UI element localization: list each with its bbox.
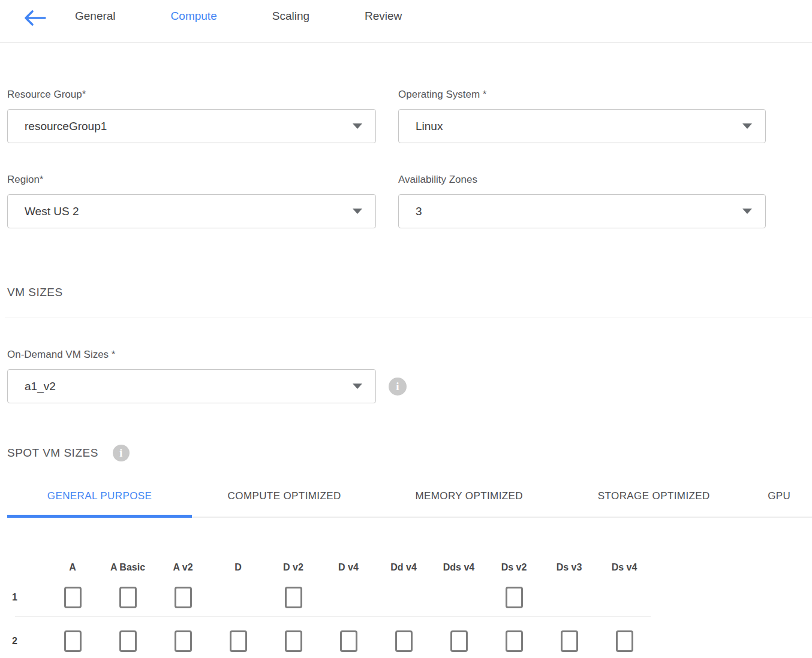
spot-tab-compute-optimized[interactable]: COMPUTE OPTIMIZED bbox=[192, 490, 377, 517]
vm-grid-cell-1-ds-v2 bbox=[486, 587, 542, 608]
checkbox-row2-d-v2[interactable] bbox=[285, 630, 302, 652]
vm-grid-cell-1-dds-v4 bbox=[431, 587, 486, 608]
vm-grid-column-header-a-basic: A Basic bbox=[100, 562, 155, 573]
vm-grid-header-row: AA BasicA v2DD v2D v4Dd v4Dds v4Ds v2Ds … bbox=[7, 562, 766, 573]
vm-grid-row-divider bbox=[15, 616, 651, 617]
vm-grid-row-label-2: 2 bbox=[7, 636, 45, 647]
wizard-tab-bar: GeneralComputeScalingReview bbox=[75, 8, 402, 23]
back-button[interactable] bbox=[23, 8, 47, 28]
checkbox-row1-a-v2[interactable] bbox=[175, 587, 192, 608]
vm-grid-column-header-a: A bbox=[45, 562, 100, 573]
vm-grid-cell-1-d bbox=[210, 587, 266, 608]
resource-group-value: resourceGroup1 bbox=[25, 120, 107, 133]
resource-group-field: Resource Group* resourceGroup1 i bbox=[7, 89, 376, 143]
spot-vm-sizes-info-icon[interactable]: i bbox=[113, 445, 130, 461]
vm-grid-cell-1-ds-v4 bbox=[597, 587, 652, 608]
section-divider bbox=[5, 318, 812, 318]
region-value: West US 2 bbox=[25, 205, 79, 218]
vm-grid-column-header-d-v2: D v2 bbox=[266, 562, 321, 573]
operating-system-dropdown[interactable]: Linux bbox=[398, 109, 766, 143]
availability-zones-field: Availability Zones 3 i bbox=[398, 174, 766, 228]
on-demand-vm-sizes-label: On-Demand VM Sizes * bbox=[7, 349, 766, 361]
checkbox-row2-dd-v4[interactable] bbox=[395, 630, 413, 652]
operating-system-value: Linux bbox=[416, 120, 443, 133]
vm-grid-cell-2-ds-v2 bbox=[486, 630, 542, 652]
region-field: Region* West US 2 i bbox=[7, 174, 376, 228]
vm-grid-cell-2-a-v2 bbox=[155, 630, 210, 652]
checkbox-row2-a-v2[interactable] bbox=[175, 630, 192, 652]
vm-sizes-heading: VM SIZES bbox=[7, 286, 766, 299]
chevron-down-icon bbox=[742, 123, 752, 129]
wizard-tab-scaling[interactable]: Scaling bbox=[272, 9, 309, 23]
vm-grid-column-header-a-v2: A v2 bbox=[155, 562, 210, 573]
wizard-tab-general[interactable]: General bbox=[75, 9, 116, 23]
vm-grid-column-header-ds-v4: Ds v4 bbox=[597, 562, 652, 573]
spot-category-tab-bar: GENERAL PURPOSECOMPUTE OPTIMIZEDMEMORY O… bbox=[7, 490, 812, 518]
vm-grid-cell-2-ds-v3 bbox=[542, 630, 597, 652]
on-demand-vm-sizes-info-icon[interactable]: i bbox=[389, 378, 407, 396]
availability-zones-dropdown[interactable]: 3 bbox=[398, 194, 766, 228]
vm-grid-column-header-d: D bbox=[210, 562, 266, 573]
checkbox-row1-a-basic[interactable] bbox=[119, 587, 137, 608]
checkbox-row1-d-v2[interactable] bbox=[285, 587, 302, 608]
spot-tab-memory-optimized[interactable]: MEMORY OPTIMIZED bbox=[377, 490, 561, 517]
checkbox-row2-d-v4[interactable] bbox=[340, 630, 357, 652]
vm-grid-column-header-ds-v3: Ds v3 bbox=[542, 562, 597, 573]
vm-grid-cell-2-d-v4 bbox=[321, 630, 376, 652]
vm-grid-column-header-d-v4: D v4 bbox=[321, 562, 376, 573]
spot-tab-gpu[interactable]: GPU bbox=[746, 490, 812, 517]
config-form: Resource Group* resourceGroup1 i Operati… bbox=[7, 89, 766, 228]
on-demand-vm-sizes-field: On-Demand VM Sizes * a1_v2 i bbox=[7, 349, 766, 403]
checkbox-row2-ds-v2[interactable] bbox=[506, 630, 523, 652]
vm-grid-cell-1-d-v4 bbox=[321, 587, 376, 608]
checkbox-row2-a[interactable] bbox=[64, 630, 82, 652]
on-demand-vm-sizes-section: On-Demand VM Sizes * a1_v2 i bbox=[7, 349, 766, 403]
checkbox-row2-ds-v3[interactable] bbox=[561, 630, 578, 652]
checkbox-row2-d[interactable] bbox=[230, 630, 247, 652]
arrow-left-icon bbox=[23, 8, 47, 28]
operating-system-field: Operating System * Linux i bbox=[398, 89, 766, 143]
compute-form-main: Resource Group* resourceGroup1 i Operati… bbox=[0, 89, 812, 652]
resource-group-label: Resource Group* bbox=[7, 89, 376, 101]
checkbox-row2-ds-v4[interactable] bbox=[616, 630, 633, 652]
checkbox-row1-a[interactable] bbox=[64, 587, 82, 608]
resource-group-dropdown[interactable]: resourceGroup1 bbox=[7, 109, 376, 143]
vm-grid-cell-1-a-v2 bbox=[155, 587, 210, 608]
region-dropdown[interactable]: West US 2 bbox=[7, 194, 376, 228]
spot-vm-size-grid: AA BasicA v2DD v2D v4Dd v4Dds v4Ds v2Ds … bbox=[7, 562, 766, 652]
compute-config-page: GeneralComputeScalingReview Resource Gro… bbox=[0, 0, 812, 658]
vm-grid-cell-1-dd-v4 bbox=[376, 587, 431, 608]
spot-vm-sizes-section-header: SPOT VM SIZES i bbox=[7, 445, 766, 461]
wizard-header: GeneralComputeScalingReview bbox=[0, 0, 812, 43]
vm-grid-cell-2-ds-v4 bbox=[597, 630, 652, 652]
vm-grid-row-1: 1 bbox=[7, 587, 766, 608]
chevron-down-icon bbox=[353, 209, 362, 214]
checkbox-row1-ds-v2[interactable] bbox=[506, 587, 523, 608]
vm-grid-column-header-dds-v4: Dds v4 bbox=[431, 562, 486, 573]
vm-grid-column-header-dd-v4: Dd v4 bbox=[376, 562, 431, 573]
vm-grid-row-2: 2 bbox=[7, 630, 766, 652]
chevron-down-icon bbox=[353, 123, 362, 129]
operating-system-label: Operating System * bbox=[398, 89, 766, 101]
on-demand-vm-sizes-value: a1_v2 bbox=[25, 380, 56, 393]
vm-grid-cell-2-a-basic bbox=[100, 630, 155, 652]
checkbox-row2-dds-v4[interactable] bbox=[450, 630, 468, 652]
spot-tab-storage-optimized[interactable]: STORAGE OPTIMIZED bbox=[561, 490, 746, 517]
chevron-down-icon bbox=[742, 209, 752, 214]
vm-grid-cell-1-a-basic bbox=[100, 587, 155, 608]
vm-grid-cell-1-a bbox=[45, 587, 100, 608]
vm-grid-column-header-ds-v2: Ds v2 bbox=[486, 562, 542, 573]
vm-grid-cell-2-a bbox=[45, 630, 100, 652]
chevron-down-icon bbox=[353, 384, 362, 389]
vm-grid-cell-2-d bbox=[210, 630, 266, 652]
vm-grid-cell-2-dds-v4 bbox=[431, 630, 486, 652]
wizard-tab-review[interactable]: Review bbox=[365, 9, 402, 23]
availability-zones-label: Availability Zones bbox=[398, 174, 766, 186]
vm-grid-row-label-1: 1 bbox=[7, 592, 45, 603]
spot-tab-general-purpose[interactable]: GENERAL PURPOSE bbox=[7, 490, 192, 518]
checkbox-row2-a-basic[interactable] bbox=[119, 630, 137, 652]
wizard-tab-compute[interactable]: Compute bbox=[171, 9, 217, 23]
vm-grid-cell-1-d-v2 bbox=[266, 587, 321, 608]
on-demand-vm-sizes-dropdown[interactable]: a1_v2 bbox=[7, 369, 376, 403]
vm-grid-cell-1-ds-v3 bbox=[542, 587, 597, 608]
